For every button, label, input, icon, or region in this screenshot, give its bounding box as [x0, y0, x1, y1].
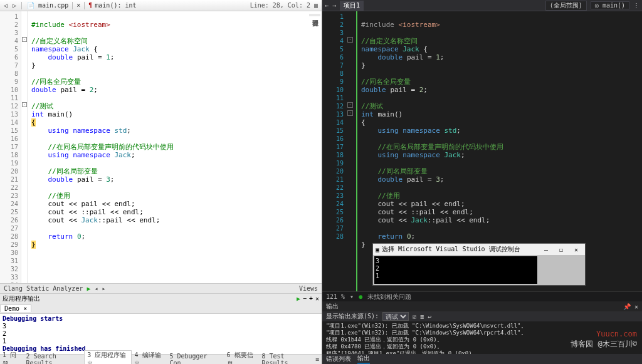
output-body[interactable]: Debugging starts 3 2 1 Debugging has fin…	[0, 313, 322, 354]
close-button[interactable]: ✕	[570, 246, 582, 253]
left-fold-column[interactable]: - -	[21, 11, 28, 283]
scope-dropdown[interactable]: (全局范围)	[545, 1, 587, 11]
close-editor-button[interactable]: ×	[76, 2, 80, 9]
word-wrap-icon[interactable]: ↩	[428, 313, 431, 320]
minimize-button[interactable]: —	[540, 246, 552, 253]
output-header: 输出 📌 ✕	[322, 301, 642, 311]
zoom-dropdown-icon[interactable]: ▾	[350, 293, 354, 300]
pin-icon[interactable]: 📌	[623, 303, 631, 310]
left-ide-pane: ◁ ▷ 📄 main.cpp × ¶ main(): int Line: 28,…	[0, 0, 322, 364]
views-label[interactable]: Views	[299, 285, 318, 292]
ok-icon: ●	[359, 293, 362, 300]
debug-console-window[interactable]: ▣ 选择 Microsoft Visual Studio 调试控制台 — ☐ ✕…	[372, 243, 586, 286]
left-gutter: 1234567891011121314151617181920212223242…	[0, 11, 21, 283]
output-selector-bar: 显示输出来源(S): 调试 ⎚ ≣ ↩	[322, 311, 642, 321]
console-output[interactable]: 3 2 1	[374, 256, 537, 284]
close-tab-icon[interactable]: ×	[23, 305, 27, 312]
clear-icon[interactable]: ⎚	[413, 313, 416, 320]
bottom-tab[interactable]: 2 Search Results	[24, 353, 85, 365]
next-issue-icon[interactable]: ▸	[102, 285, 106, 292]
left-editor[interactable]: 1234567891011121314151617181920212223242…	[0, 11, 322, 283]
bottom-tab-output[interactable]: 输出	[357, 354, 370, 364]
bottom-tab[interactable]: 1 问题	[0, 351, 24, 365]
right-gutter: 1234567891011121314151617181920212223242…	[322, 11, 347, 291]
left-toolbar: ◁ ▷ 📄 main.cpp × ¶ main(): int Line: 28,…	[0, 0, 322, 11]
bottom-tab-errors[interactable]: 错误列表	[326, 355, 351, 363]
fold-box[interactable]: -	[347, 110, 353, 116]
output-tabs: Demo ×	[0, 303, 322, 313]
cmd-icon: ▣	[376, 246, 379, 253]
close-icon[interactable]: ✕	[315, 295, 319, 302]
split-button[interactable]: ▥	[313, 2, 319, 9]
bottom-tab[interactable]: 6 概要信息	[224, 351, 260, 365]
zoom-bar: 121 % ▾ ● 未找到相关问题	[322, 291, 642, 301]
back-icon[interactable]: ←	[325, 2, 329, 9]
fold-box[interactable]: -	[347, 37, 353, 43]
navigator-label[interactable]: 资源管理器	[309, 14, 320, 16]
output-toolbar: 应用程序输出 ▶ − + ✕	[0, 293, 322, 303]
collapse-icon[interactable]: ≡	[313, 356, 322, 363]
cursor-status: Line: 28, Col: 2	[250, 2, 310, 9]
file-icon: 📄	[26, 2, 36, 9]
no-issues-label: 未找到相关问题	[367, 293, 411, 301]
bottom-tab[interactable]: 5 Debugger Con…	[167, 353, 224, 365]
right-top-bar: ← → 项目1 (全局范围) ◎ main() ⋮	[322, 0, 642, 11]
overflow-icon[interactable]: ⋮	[633, 2, 639, 9]
left-code[interactable]: #include <iostream> //自定义名称空间 namespace …	[28, 11, 322, 283]
fold-box[interactable]: -	[22, 37, 27, 42]
right-bottom-tabs: 错误列表 输出	[322, 354, 642, 364]
project-tab[interactable]: 项目1	[340, 1, 364, 11]
window-title: 选择 Microsoft Visual Studio 调试控制台	[382, 245, 537, 254]
fold-box[interactable]: -	[347, 102, 353, 108]
back-button[interactable]: ◁	[3, 2, 9, 9]
right-ide-pane: ← → 项目1 (全局范围) ◎ main() ⋮ 12345678910111…	[322, 0, 642, 364]
output-from-label: 显示输出来源(S):	[326, 312, 379, 321]
output-tab-demo[interactable]: Demo ×	[0, 304, 31, 312]
right-fold-column[interactable]: - - -	[347, 11, 355, 291]
bottom-tabs: 1 问题 2 Search Results 3 应用程序输出 4 编译输出 5 …	[0, 354, 322, 364]
zoom-level[interactable]: 121 %	[326, 293, 345, 300]
run-icon[interactable]: ▶	[297, 295, 300, 302]
fold-box[interactable]: -	[22, 102, 27, 107]
prev-issue-icon[interactable]: ◂	[94, 285, 98, 292]
run-analyzer-icon[interactable]: ▶	[87, 285, 90, 292]
maximize-button[interactable]: ☐	[555, 246, 567, 253]
function-dropdown[interactable]: ◎ main()	[591, 1, 629, 9]
window-titlebar[interactable]: ▣ 选择 Microsoft Visual Studio 调试控制台 — ☐ ✕	[373, 244, 585, 255]
forward-button[interactable]: ▷	[11, 2, 18, 9]
file-name[interactable]: main.cpp	[38, 2, 68, 9]
marker-icon: ¶	[88, 2, 92, 9]
function-label[interactable]: main(): int	[95, 2, 136, 9]
plus-icon[interactable]: +	[309, 295, 313, 302]
close-panel-icon[interactable]: ✕	[634, 303, 638, 310]
output-source-select[interactable]: 调试	[382, 312, 409, 321]
toggle-icon[interactable]: ≣	[420, 313, 424, 320]
right-editor[interactable]: 1234567891011121314151617181920212223242…	[322, 11, 642, 291]
fwd-icon[interactable]: →	[332, 2, 336, 9]
minus-icon[interactable]: −	[303, 295, 307, 302]
analyzer-label: Clang Static Analyzer	[4, 285, 83, 292]
analyzer-bar: Clang Static Analyzer ▶ ◂ ▸ Views	[0, 283, 322, 293]
right-output-body[interactable]: "项目1.exe"(Win32): 已加载 "C:\Windows\SysWOW…	[322, 321, 642, 354]
bottom-tab[interactable]: 8 Test Results	[259, 353, 313, 365]
bottom-tab[interactable]: 4 编译输出	[132, 351, 167, 365]
console-body: 3 2 1	[373, 255, 585, 285]
bottom-tab[interactable]: 3 应用程序输出	[84, 350, 132, 365]
output-label: 应用程序输出	[3, 294, 40, 303]
output-header-label: 输出	[326, 302, 339, 311]
